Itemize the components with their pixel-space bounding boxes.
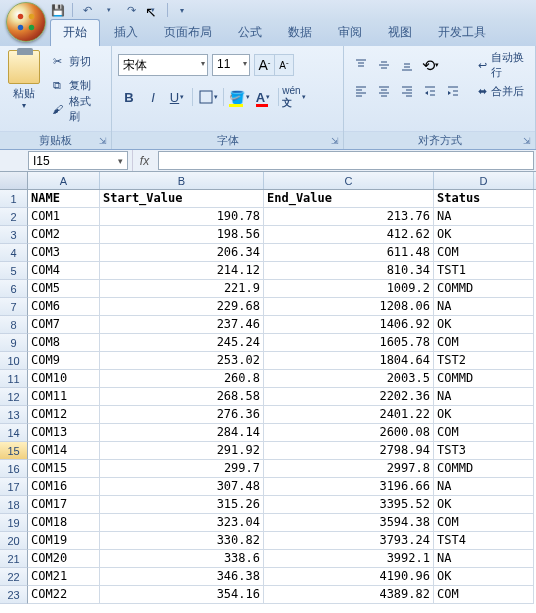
cell[interactable]: OK xyxy=(434,406,534,424)
spreadsheet-grid[interactable]: 1NAMEStart_ValueEnd_ValueStatus2COM1190.… xyxy=(0,190,536,604)
cell[interactable]: Status xyxy=(434,190,534,208)
cell[interactable]: TST3 xyxy=(434,442,534,460)
col-header-b[interactable]: B xyxy=(100,172,264,189)
cell[interactable]: 299.7 xyxy=(100,460,264,478)
cell[interactable]: NA xyxy=(434,478,534,496)
cell[interactable]: COM19 xyxy=(28,532,100,550)
cell[interactable]: NA xyxy=(434,388,534,406)
cell[interactable]: COM15 xyxy=(28,460,100,478)
row-header[interactable]: 17 xyxy=(0,478,28,496)
cell[interactable]: OK xyxy=(434,568,534,586)
cell[interactable]: 2003.5 xyxy=(264,370,434,388)
row-header[interactable]: 2 xyxy=(0,208,28,226)
cell[interactable]: 1406.92 xyxy=(264,316,434,334)
cell[interactable]: 2202.36 xyxy=(264,388,434,406)
cell[interactable]: 354.16 xyxy=(100,586,264,604)
cell[interactable]: OK xyxy=(434,316,534,334)
bold-button[interactable]: B xyxy=(118,86,140,108)
tab-developer[interactable]: 开发工具 xyxy=(426,20,498,46)
cell[interactable]: COMMD xyxy=(434,370,534,388)
row-header[interactable]: 22 xyxy=(0,568,28,586)
border-button[interactable]: ▾ xyxy=(197,86,219,108)
cell[interactable]: 1208.06 xyxy=(264,298,434,316)
row-header[interactable]: 20 xyxy=(0,532,28,550)
cell[interactable]: 810.34 xyxy=(264,262,434,280)
fill-color-button[interactable]: 🪣▾ xyxy=(228,86,250,108)
row-header[interactable]: 15 xyxy=(0,442,28,460)
cell[interactable]: 213.76 xyxy=(264,208,434,226)
cell[interactable]: NA xyxy=(434,550,534,568)
office-button[interactable] xyxy=(6,2,46,42)
redo-icon[interactable]: ↷ xyxy=(123,2,139,18)
cell[interactable]: 268.58 xyxy=(100,388,264,406)
cell[interactable]: COM9 xyxy=(28,352,100,370)
cut-button[interactable]: ✂剪切 xyxy=(45,50,105,72)
fx-icon[interactable]: fx xyxy=(132,150,156,171)
cell[interactable]: 338.6 xyxy=(100,550,264,568)
row-header[interactable]: 11 xyxy=(0,370,28,388)
qat-customize-icon[interactable]: ▾ xyxy=(174,2,190,18)
tab-home[interactable]: 开始 xyxy=(50,19,100,46)
cell[interactable]: 245.24 xyxy=(100,334,264,352)
row-header[interactable]: 16 xyxy=(0,460,28,478)
cell[interactable]: 412.62 xyxy=(264,226,434,244)
cell[interactable]: 276.36 xyxy=(100,406,264,424)
cell[interactable]: 307.48 xyxy=(100,478,264,496)
italic-button[interactable]: I xyxy=(142,86,164,108)
cell[interactable]: COM xyxy=(434,334,534,352)
cell[interactable]: COM21 xyxy=(28,568,100,586)
cell[interactable]: NA xyxy=(434,208,534,226)
cell[interactable]: 1804.64 xyxy=(264,352,434,370)
undo-dropdown-icon[interactable]: ▾ xyxy=(101,2,117,18)
cell[interactable]: 1009.2 xyxy=(264,280,434,298)
row-header[interactable]: 7 xyxy=(0,298,28,316)
row-header[interactable]: 10 xyxy=(0,352,28,370)
cell[interactable]: 2798.94 xyxy=(264,442,434,460)
cell[interactable]: 3793.24 xyxy=(264,532,434,550)
cell[interactable]: 229.68 xyxy=(100,298,264,316)
row-header[interactable]: 9 xyxy=(0,334,28,352)
cell[interactable]: COM5 xyxy=(28,280,100,298)
cell[interactable]: COM10 xyxy=(28,370,100,388)
cell[interactable]: COM3 xyxy=(28,244,100,262)
cell[interactable]: 330.82 xyxy=(100,532,264,550)
phonetic-button[interactable]: wén文▾ xyxy=(283,86,305,108)
row-header[interactable]: 6 xyxy=(0,280,28,298)
save-icon[interactable]: 💾 xyxy=(50,2,66,18)
dialog-launcher-icon[interactable]: ⇲ xyxy=(523,136,531,146)
cell[interactable]: 198.56 xyxy=(100,226,264,244)
copy-button[interactable]: ⧉复制 xyxy=(45,74,105,96)
decrease-indent-button[interactable] xyxy=(419,80,441,102)
row-header[interactable]: 23 xyxy=(0,586,28,604)
cell[interactable]: COM14 xyxy=(28,442,100,460)
row-header[interactable]: 19 xyxy=(0,514,28,532)
merge-center-button[interactable]: ⬌合并后 xyxy=(474,80,529,102)
cell[interactable]: NA xyxy=(434,298,534,316)
grow-font-button[interactable]: Aˆ xyxy=(254,54,274,76)
dialog-launcher-icon[interactable]: ⇲ xyxy=(99,136,107,146)
cell[interactable]: TST1 xyxy=(434,262,534,280)
tab-page-layout[interactable]: 页面布局 xyxy=(152,20,224,46)
align-left-button[interactable] xyxy=(350,80,372,102)
cell[interactable]: TST4 xyxy=(434,532,534,550)
row-header[interactable]: 18 xyxy=(0,496,28,514)
shrink-font-button[interactable]: Aˇ xyxy=(274,54,294,76)
cell[interactable]: COM2 xyxy=(28,226,100,244)
cell[interactable]: COM4 xyxy=(28,262,100,280)
row-header[interactable]: 1 xyxy=(0,190,28,208)
increase-indent-button[interactable] xyxy=(442,80,464,102)
orientation-button[interactable]: ⟲▾ xyxy=(419,54,441,76)
cell[interactable]: Start_Value xyxy=(100,190,264,208)
cell[interactable]: TST2 xyxy=(434,352,534,370)
cell[interactable]: 3594.38 xyxy=(264,514,434,532)
tab-insert[interactable]: 插入 xyxy=(102,20,150,46)
row-header[interactable]: 4 xyxy=(0,244,28,262)
underline-button[interactable]: U▾ xyxy=(166,86,188,108)
font-name-select[interactable]: 宋体▾ xyxy=(118,54,208,76)
cell[interactable]: 4389.82 xyxy=(264,586,434,604)
cell[interactable]: COM12 xyxy=(28,406,100,424)
wrap-text-button[interactable]: ↩自动换行 xyxy=(474,54,529,76)
cell[interactable]: COM16 xyxy=(28,478,100,496)
cell[interactable]: COM11 xyxy=(28,388,100,406)
cell[interactable]: 2401.22 xyxy=(264,406,434,424)
